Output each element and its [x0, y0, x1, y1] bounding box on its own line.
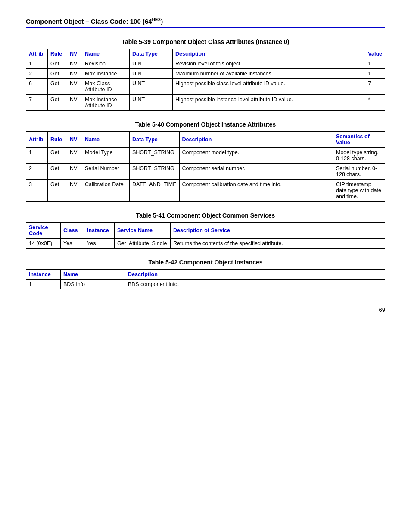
th-rule: Rule: [48, 132, 67, 148]
th-semantics: Semantics of Value: [333, 132, 385, 148]
th-attrib: Attrib: [26, 49, 48, 59]
table-row: 1BDS InfoBDS component info.: [26, 280, 385, 289]
th-description: Description: [173, 49, 365, 59]
section-header: Component Object – Class Code: 100 (64HE…: [26, 17, 385, 28]
th-datatype: Data Type: [130, 132, 180, 148]
page-number: 69: [26, 307, 385, 313]
th-nv: NV: [67, 132, 82, 148]
th-name: Name: [82, 132, 130, 148]
th-description: Description: [179, 132, 333, 148]
th-nv: NV: [67, 49, 82, 59]
table-42-header-row: Instance Name Description: [26, 270, 385, 280]
table-42-caption: Table 5-42 Component Object Instances: [26, 259, 385, 266]
table-41-caption: Table 5-41 Component Object Common Servi…: [26, 212, 385, 219]
table-39: Attrib Rule NV Name Data Type Descriptio…: [26, 49, 385, 111]
table-row: 6GetNVMax Class Attribute IDUINTHighest …: [26, 79, 385, 95]
table-42-section: Table 5-42 Component Object Instances In…: [26, 259, 385, 289]
th-rule: Rule: [48, 49, 67, 59]
table-row: 3GetNVCalibration DateDATE_AND_TIMECompo…: [26, 180, 385, 202]
th-service-name: Service Name: [115, 223, 171, 239]
table-row: 2GetNVMax InstanceUINTMaximum number of …: [26, 69, 385, 79]
th-name: Name: [61, 270, 125, 280]
table-40: Attrib Rule NV Name Data Type Descriptio…: [26, 131, 385, 202]
th-instance: Instance: [26, 270, 61, 280]
table-40-caption: Table 5-40 Component Object Instance Att…: [26, 121, 385, 128]
table-row: 1GetNVRevisionUINTRevision level of this…: [26, 59, 385, 69]
th-value: Value: [365, 49, 385, 59]
table-row: 1GetNVModel TypeSHORT_STRINGComponent mo…: [26, 148, 385, 164]
table-39-header-row: Attrib Rule NV Name Data Type Descriptio…: [26, 49, 385, 59]
table-39-caption: Table 5-39 Component Object Class Attrib…: [26, 38, 385, 45]
th-description: Description: [125, 270, 385, 280]
table-41-header-row: Service Code Class Instance Service Name…: [26, 223, 385, 239]
blue-rule: [26, 27, 385, 28]
table-40-header-row: Attrib Rule NV Name Data Type Descriptio…: [26, 132, 385, 148]
table-39-section: Table 5-39 Component Object Class Attrib…: [26, 38, 385, 111]
table-41: Service Code Class Instance Service Name…: [26, 222, 385, 249]
th-attrib: Attrib: [26, 132, 48, 148]
section-title: Component Object – Class Code: 100 (64HE…: [26, 17, 385, 25]
th-name: Name: [82, 49, 130, 59]
th-service-code: Service Code: [26, 223, 61, 239]
table-row: 7GetNVMax Instance Attribute IDUINTHighe…: [26, 95, 385, 111]
th-instance: Instance: [84, 223, 115, 239]
th-desc-service: Description of Service: [171, 223, 385, 239]
table-42: Instance Name Description 1BDS InfoBDS c…: [26, 269, 385, 289]
th-datatype: Data Type: [130, 49, 173, 59]
th-class: Class: [61, 223, 84, 239]
table-row: 2GetNVSerial NumberSHORT_STRINGComponent…: [26, 164, 385, 180]
table-40-section: Table 5-40 Component Object Instance Att…: [26, 121, 385, 202]
table-41-section: Table 5-41 Component Object Common Servi…: [26, 212, 385, 249]
table-row: 14 (0x0E)YesYesGet_Attribute_SingleRetur…: [26, 239, 385, 249]
